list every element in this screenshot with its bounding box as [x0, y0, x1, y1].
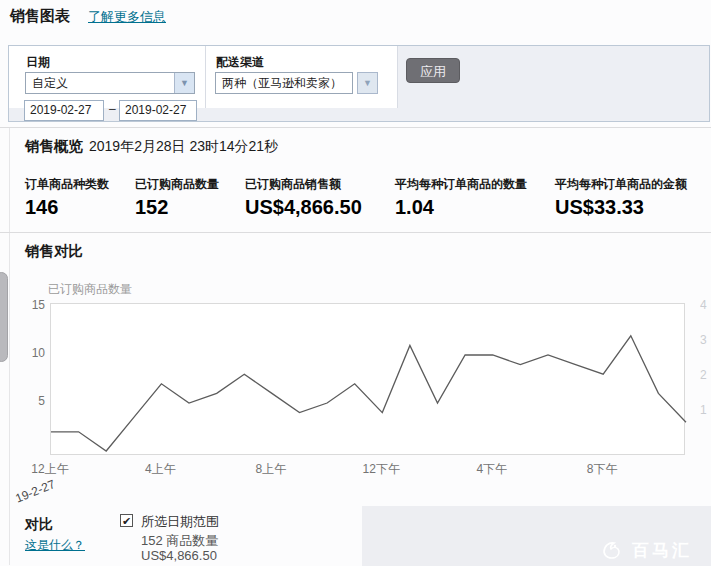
- date-range-dash: –: [109, 102, 116, 116]
- bottom-white-strip: [0, 566, 711, 582]
- channel-filter-label: 配送渠道: [216, 54, 264, 71]
- apply-button[interactable]: 应用: [406, 58, 460, 83]
- x-tick-label: 4下午: [476, 461, 507, 478]
- sales-line-chart[interactable]: [50, 303, 685, 455]
- x-tick-label: 8下午: [587, 461, 618, 478]
- legend-series-name: 所选日期范围: [141, 513, 219, 531]
- date-from-input[interactable]: 2019-02-27: [24, 100, 104, 121]
- stat-value: 146: [25, 196, 109, 219]
- stat-label: 平均每种订单商品的金额: [555, 176, 687, 193]
- stat-avg-units: 平均每种订单商品的数量 1.04: [395, 176, 527, 219]
- filter-panel: 日期 自定义 ▼ 2019-02-27 – 2019-02-27 配送渠道 两种…: [8, 45, 710, 122]
- x-tick-label: 8上午: [256, 461, 287, 478]
- compare-label: 对比: [25, 516, 53, 534]
- baimahui-logo-icon: [600, 538, 624, 562]
- stat-label: 平均每种订单商品的数量: [395, 176, 527, 193]
- chart-line-svg: [51, 304, 686, 456]
- date-preset-value: 自定义: [32, 76, 68, 90]
- stat-value: US$33.33: [555, 196, 687, 219]
- series-selected-date-range: [51, 336, 686, 451]
- x-tick-label: 4上午: [145, 461, 176, 478]
- learn-more-link[interactable]: 了解更多信息: [88, 8, 166, 26]
- stat-label: 订单商品种类数: [25, 176, 109, 193]
- watermark: 百马汇: [600, 538, 692, 562]
- sales-dashboard-screen: 销售图表 了解更多信息 日期 自定义 ▼ 2019-02-27 – 2019-0…: [0, 0, 711, 582]
- floating-share-widget[interactable]: [0, 272, 8, 362]
- stat-value: 1.04: [395, 196, 527, 219]
- stat-value: 152: [135, 196, 219, 219]
- stat-avg-amount: 平均每种订单商品的金额 US$33.33: [555, 176, 687, 219]
- stat-value: US$4,866.50: [245, 196, 362, 219]
- x-tick-label: 12上午: [31, 461, 68, 478]
- y-axis-title: 已订购商品数量: [48, 281, 132, 298]
- x-tick-label: 12下午: [363, 461, 400, 478]
- stat-label: 已订购商品数量: [135, 176, 219, 193]
- date-preset-dropdown[interactable]: 自定义 ▼: [25, 72, 195, 94]
- stat-ordered-sales: 已订购商品销售额 US$4,866.50: [245, 176, 362, 219]
- right-tick-label: 1: [700, 403, 707, 417]
- date-to-input[interactable]: 2019-02-27: [119, 100, 197, 121]
- watermark-text: 百马汇: [632, 539, 692, 562]
- legend-checkbox[interactable]: ✔: [120, 514, 133, 527]
- y-tick-label: 5: [0, 394, 45, 408]
- stat-order-item-types: 订单商品种类数 146: [25, 176, 109, 219]
- x-axis-date-label: 19-2-27: [13, 477, 57, 505]
- what-is-this-link[interactable]: 这是什么？: [25, 537, 85, 554]
- page-title: 销售图表: [10, 7, 70, 26]
- date-filter-label: 日期: [26, 54, 50, 71]
- overview-title: 销售概览: [25, 138, 83, 154]
- comparison-heading: 销售对比: [25, 242, 83, 261]
- overview-timestamp: 2019年2月28日 23时14分21秒: [89, 138, 278, 154]
- stat-label: 已订购商品销售额: [245, 176, 362, 193]
- chevron-down-icon[interactable]: ▼: [357, 72, 378, 94]
- separator: [0, 127, 711, 128]
- stat-units-ordered: 已订购商品数量 152: [135, 176, 219, 219]
- right-tick-label: 4: [700, 298, 707, 312]
- right-tick-label: 3: [700, 333, 707, 347]
- panel-divider: [205, 46, 206, 108]
- overview-heading: 销售概览2019年2月28日 23时14分21秒: [25, 137, 278, 156]
- channel-dropdown[interactable]: 两种（亚马逊和卖家）: [215, 72, 353, 94]
- chevron-down-icon[interactable]: ▼: [174, 73, 194, 93]
- right-tick-label: 2: [700, 368, 707, 382]
- separator: [0, 232, 711, 233]
- legend-amount: US$4,866.50: [141, 548, 217, 563]
- channel-value: 两种（亚马逊和卖家）: [222, 76, 342, 90]
